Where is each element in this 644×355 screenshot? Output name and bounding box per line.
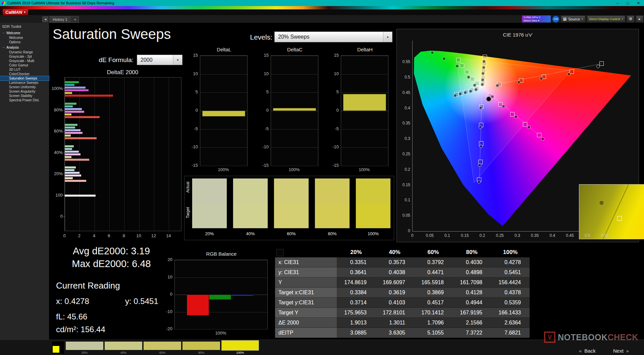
settings-button[interactable]: ⚙ bbox=[627, 15, 634, 22]
sidebar-item-grayscale-2pt[interactable]: Grayscale - 2pt bbox=[0, 54, 49, 59]
patch-tile-label: 40% bbox=[105, 351, 142, 354]
delta-l-plot-area bbox=[200, 55, 248, 166]
patch-tile-80[interactable]: 80% bbox=[182, 341, 220, 354]
rainbow-calibration-strip bbox=[0, 6, 644, 9]
sidebar-item-dynamic-range[interactable]: Dynamic Range bbox=[0, 50, 49, 54]
calman-menu-button[interactable]: CalMAN ▾ bbox=[3, 9, 28, 15]
y-tick-label: -15 bbox=[329, 163, 339, 168]
y-tick-label: 0 bbox=[397, 229, 410, 233]
x-tick-label: 0.3 bbox=[511, 233, 524, 238]
sidebar-item-luminance-sweeps[interactable]: Luminance Sweeps bbox=[0, 81, 49, 85]
watermark-text: NOTEBOOKCHECK bbox=[558, 333, 638, 342]
target-point bbox=[483, 55, 487, 59]
meter-select-button[interactable]: X-Rite i1Pro 2 Direct View ▾ bbox=[522, 15, 551, 22]
chevron-down-icon: ▾ bbox=[24, 11, 25, 14]
column-header: 100% bbox=[491, 247, 530, 257]
actual-swatch bbox=[274, 179, 309, 203]
sidebar-group-label: Welcome bbox=[6, 31, 20, 35]
deltae-bar bbox=[65, 135, 71, 137]
y-tick-label: 0 bbox=[259, 108, 269, 113]
sidebar-item-options[interactable]: Options bbox=[0, 40, 49, 44]
table-cell: 2.1566 bbox=[452, 318, 491, 328]
title-bar: CalMAN 2019 CalMAN Ultimate for Business… bbox=[0, 0, 644, 6]
display-control-button[interactable]: Direct Display Control ▾ bbox=[587, 15, 625, 22]
actual-swatch bbox=[192, 179, 227, 203]
sidebar-item-color-gamut[interactable]: Color Gamut bbox=[0, 63, 49, 67]
sidebar-item-saturation-sweeps[interactable]: Saturation Sweeps bbox=[0, 76, 49, 81]
gridline bbox=[169, 78, 169, 231]
y-tick-label: 80% bbox=[49, 107, 63, 112]
target-point bbox=[470, 77, 475, 81]
back-button[interactable]: « Back bbox=[579, 347, 596, 354]
x-tick-label: 6 bbox=[104, 233, 114, 238]
chevron-down-icon: ▾ bbox=[622, 18, 623, 20]
chart-title: CIE 1976 u'v' bbox=[397, 32, 639, 38]
row-label: x: CIE31 bbox=[275, 257, 337, 267]
swatch-label: 60% bbox=[274, 231, 309, 236]
swatch-column-40: 40% bbox=[233, 178, 268, 236]
sidebar-item-screen-stability[interactable]: Screen Stability bbox=[0, 94, 49, 98]
patch-tile-swatch bbox=[105, 342, 142, 350]
sidebar-item-spectral-power-dist[interactable]: Spectral Power Dist. bbox=[0, 98, 49, 102]
measured-point bbox=[474, 88, 478, 91]
maximize-button[interactable]: □ bbox=[627, 1, 629, 5]
patch-tile-60[interactable]: 60% bbox=[144, 341, 181, 354]
sidebar-item-screen-uniformity[interactable]: Screen Uniformity bbox=[0, 85, 49, 89]
table-cell: 0.3619 bbox=[375, 288, 414, 298]
expand-panel-button[interactable]: ▸ bbox=[636, 15, 643, 22]
source-select-button[interactable]: Source ▾ bbox=[561, 15, 585, 22]
axis-tick bbox=[63, 153, 65, 153]
y-tick-label: 0.05 bbox=[397, 213, 410, 218]
patch-tile-100[interactable]: 100% bbox=[221, 341, 259, 354]
next-button[interactable]: Next » bbox=[613, 347, 629, 354]
sidebar-item-screen-angularity[interactable]: Screen Angularity bbox=[0, 89, 49, 94]
patch-tile-40[interactable]: 40% bbox=[105, 341, 142, 354]
y-tick-label: 0.35 bbox=[397, 121, 410, 125]
collapse-icon[interactable]: − bbox=[3, 31, 6, 36]
sidebar-item-3d-lut[interactable]: 3D LUT bbox=[0, 67, 49, 72]
y-tick-label: 0.15 bbox=[397, 183, 410, 187]
watermark-text-b: CHECK bbox=[607, 333, 638, 342]
y-tick-label: -5 bbox=[259, 126, 269, 131]
minimize-button[interactable]: – bbox=[616, 1, 619, 5]
sidebar-collapse-button[interactable]: ◀ bbox=[42, 16, 48, 22]
x-tick-label: 0.45 bbox=[563, 233, 577, 238]
column-header: 40% bbox=[375, 247, 414, 257]
close-button[interactable]: ✕ bbox=[637, 1, 640, 5]
row-label: ΔE 2000 bbox=[275, 318, 337, 328]
row-label: dEITP bbox=[275, 328, 337, 338]
x-tick-label: 0.35 bbox=[528, 233, 542, 238]
watermark-text-a: NOTEBOOK bbox=[558, 333, 607, 342]
table-cell: 3.6305 bbox=[375, 328, 414, 338]
sidebar-item-welcome[interactable]: Welcome bbox=[0, 36, 49, 40]
table-cell: 175.9653 bbox=[337, 308, 375, 318]
target-point bbox=[523, 122, 527, 126]
chart-title: DeltaC bbox=[271, 47, 319, 52]
deltae-bar bbox=[65, 95, 113, 97]
axis-tick bbox=[63, 110, 65, 110]
target-point bbox=[617, 216, 622, 221]
swatch-label: 80% bbox=[315, 231, 350, 236]
y-tick-label: 15 bbox=[259, 53, 269, 58]
patch-tile-20[interactable]: 20% bbox=[66, 341, 103, 354]
table-cell: 3.0885 bbox=[337, 328, 375, 338]
collapse-icon[interactable]: − bbox=[3, 45, 6, 50]
rgb-balance-plot-area bbox=[174, 260, 268, 329]
chevron-down-icon: ▾ bbox=[383, 32, 392, 42]
x-tick-label: 0 bbox=[59, 233, 69, 238]
sidebar-item-grayscale-multi[interactable]: Grayscale - Multi bbox=[0, 59, 49, 63]
table-cell: 0.4944 bbox=[452, 298, 491, 308]
source-icon bbox=[563, 17, 567, 21]
target-point bbox=[465, 70, 469, 74]
add-tab-button[interactable]: + bbox=[71, 16, 79, 23]
deltae-bar bbox=[65, 172, 79, 174]
sidebar-item-colorchecker[interactable]: ColorChecker bbox=[0, 72, 49, 76]
calman-window: CalMAN 2019 CalMAN Ultimate for Business… bbox=[0, 0, 644, 355]
deltae-bar bbox=[65, 84, 74, 86]
x-tick-label: 100% bbox=[271, 167, 318, 172]
x-tick-label: 12 bbox=[149, 233, 159, 238]
tab-history-1[interactable]: History 1 bbox=[49, 16, 71, 23]
table-cell: 0.3869 bbox=[414, 288, 452, 298]
table-cell: 0.3792 bbox=[414, 257, 452, 267]
levels-dropdown[interactable]: 20% Sweeps ▾ bbox=[274, 32, 392, 42]
